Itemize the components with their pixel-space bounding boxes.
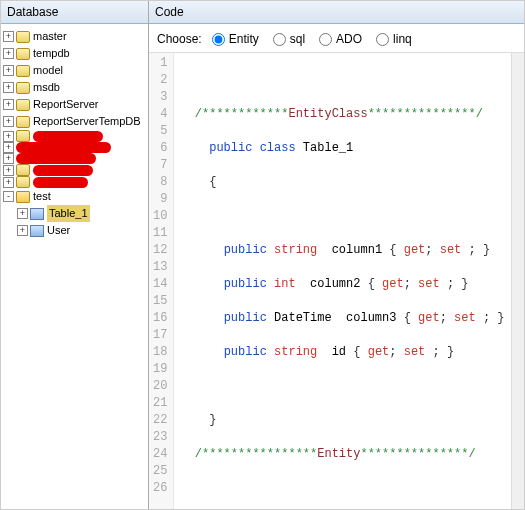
redacted-label	[33, 131, 103, 142]
code-line: /****************Entity***************/	[180, 446, 504, 463]
code-editor[interactable]: 1 2 3 4 5 6 7 8 9 10 11 12 13 14 15 16 1…	[149, 53, 524, 509]
code-line: public DateTime column3 { get; set ; }	[180, 310, 504, 327]
radio-linq-label: linq	[393, 32, 412, 46]
tree-label: ReportServerTempDB	[33, 113, 141, 130]
database-icon	[16, 130, 30, 142]
expand-icon[interactable]: +	[3, 116, 14, 127]
tree-node-redacted[interactable]: +	[3, 153, 146, 164]
code-line	[180, 72, 504, 89]
tree-label: model	[33, 62, 63, 79]
tree-node-msdb[interactable]: + msdb	[3, 79, 146, 96]
tree-node-redacted[interactable]: +	[3, 164, 146, 176]
table-icon	[30, 208, 44, 220]
expand-icon[interactable]: +	[17, 225, 28, 236]
database-icon	[16, 82, 30, 94]
tree-node-redacted[interactable]: +	[3, 130, 146, 142]
code-line	[180, 378, 504, 395]
redacted-label	[33, 177, 88, 188]
tree-label: ReportServer	[33, 96, 98, 113]
radio-linq[interactable]	[376, 33, 389, 46]
expand-icon[interactable]: +	[3, 153, 14, 164]
radio-ado[interactable]	[319, 33, 332, 46]
tree-label: tempdb	[33, 45, 70, 62]
redacted-label	[33, 165, 93, 176]
expand-icon[interactable]: +	[17, 208, 28, 219]
choose-row: Choose: Entity sql ADO linq	[149, 24, 524, 53]
radio-ado-label: ADO	[336, 32, 362, 46]
expand-icon[interactable]: +	[3, 131, 14, 142]
line-gutter: 1 2 3 4 5 6 7 8 9 10 11 12 13 14 15 16 1…	[149, 53, 174, 509]
expand-icon[interactable]: +	[3, 142, 14, 153]
code-line	[180, 208, 504, 225]
tree-node-reportserver[interactable]: + ReportServer	[3, 96, 146, 113]
code-line	[180, 480, 504, 497]
expand-icon[interactable]: +	[3, 31, 14, 42]
tree-node-test[interactable]: - test	[3, 188, 146, 205]
database-icon	[16, 65, 30, 77]
database-icon	[16, 99, 30, 111]
code-line: public int column2 { get; set ; }	[180, 276, 504, 293]
choose-label: Choose:	[157, 32, 202, 46]
expand-icon[interactable]: +	[3, 82, 14, 93]
radio-entity-label: Entity	[229, 32, 259, 46]
tree-node-table1[interactable]: + Table_1	[17, 205, 146, 222]
folder-icon	[16, 191, 30, 203]
tree-node-model[interactable]: + model	[3, 62, 146, 79]
database-panel: Database + master + tempdb + model + msd…	[1, 1, 149, 509]
expand-icon[interactable]: +	[3, 48, 14, 59]
expand-icon[interactable]: +	[3, 99, 14, 110]
tree-label: User	[47, 222, 70, 239]
code-area[interactable]: /************EntityClass***************/…	[174, 53, 510, 509]
tree-label-selected: Table_1	[47, 205, 90, 222]
tree-node-user[interactable]: + User	[17, 222, 146, 239]
code-line: {	[180, 174, 504, 191]
expand-icon[interactable]: +	[3, 177, 14, 188]
code-panel: Code Choose: Entity sql ADO linq 1 2 3 4…	[149, 1, 524, 509]
database-icon	[16, 116, 30, 128]
tree-label: msdb	[33, 79, 60, 96]
tree-label: master	[33, 28, 67, 45]
vertical-scrollbar[interactable]	[511, 53, 524, 509]
radio-sql[interactable]	[273, 33, 286, 46]
database-icon	[16, 176, 30, 188]
code-panel-header: Code	[149, 1, 524, 24]
tree-label: test	[33, 188, 51, 205]
tree-node-tempdb[interactable]: + tempdb	[3, 45, 146, 62]
database-icon	[16, 31, 30, 43]
code-line: }	[180, 412, 504, 429]
redacted-label	[16, 153, 96, 164]
tree-node-redacted[interactable]: +	[3, 142, 146, 153]
database-icon	[16, 164, 30, 176]
tree-node-master[interactable]: + master	[3, 28, 146, 45]
code-line: public string id { get; set ; }	[180, 344, 504, 361]
tree-node-reportservertempdb[interactable]: + ReportServerTempDB	[3, 113, 146, 130]
code-line: public string column1 { get; set ; }	[180, 242, 504, 259]
collapse-icon[interactable]: -	[3, 191, 14, 202]
table-icon	[30, 225, 44, 237]
database-tree: + master + tempdb + model + msdb + Repor…	[1, 24, 148, 509]
database-panel-header: Database	[1, 1, 148, 24]
database-icon	[16, 48, 30, 60]
radio-entity[interactable]	[212, 33, 225, 46]
expand-icon[interactable]: +	[3, 65, 14, 76]
tree-node-redacted[interactable]: +	[3, 176, 146, 188]
code-line: /************EntityClass***************/	[180, 106, 504, 123]
radio-sql-label: sql	[290, 32, 305, 46]
expand-icon[interactable]: +	[3, 165, 14, 176]
code-line: public class Table_1	[180, 140, 504, 157]
redacted-label	[16, 142, 111, 153]
